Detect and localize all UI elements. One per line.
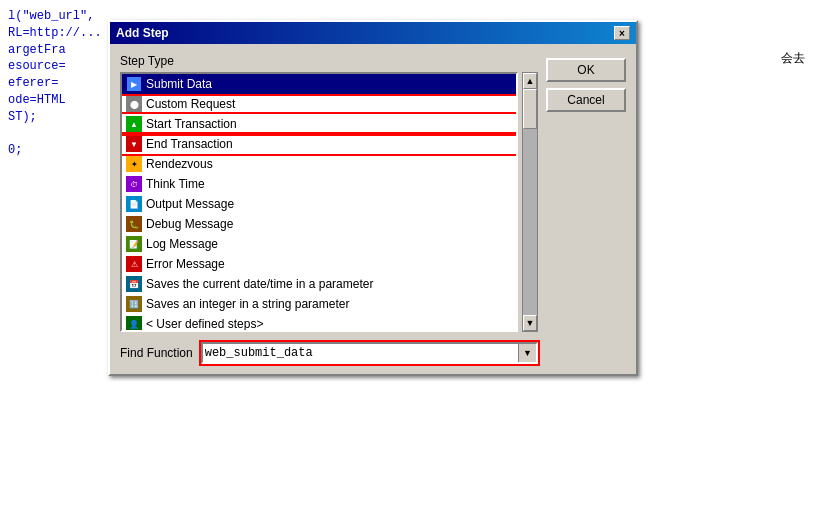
start-transaction-icon: ▲ [126, 116, 142, 132]
dialog-title: Add Step [116, 26, 169, 40]
output-message-icon: 📄 [126, 196, 142, 212]
cancel-button[interactable]: Cancel [546, 88, 626, 112]
ok-button[interactable]: OK [546, 58, 626, 82]
saves-date-icon: 📅 [126, 276, 142, 292]
dialog-buttons: OK Cancel [546, 54, 626, 364]
list-item-saves-date[interactable]: 📅 Saves the current date/time in a param… [122, 274, 516, 294]
list-item-label: Debug Message [146, 217, 233, 231]
list-item-label: Saves the current date/time in a paramet… [146, 277, 373, 291]
list-item-label: Think Time [146, 177, 205, 191]
submit-data-icon: ▶ [126, 76, 142, 92]
list-item-end-transaction[interactable]: ▼ End Transaction [122, 134, 516, 154]
list-item-error-message[interactable]: ⚠ Error Message [122, 254, 516, 274]
list-item-label: Submit Data [146, 77, 212, 91]
find-input-wrapper: ▼ [201, 342, 538, 364]
chinese-annotation: 会去 [781, 50, 805, 67]
list-item-label: Start Transaction [146, 117, 237, 131]
find-function-label: Find Function [120, 346, 193, 360]
saves-integer-icon: 🔢 [126, 296, 142, 312]
step-type-label: Step Type [120, 54, 538, 68]
list-item-think-time[interactable]: ⏱ Think Time [122, 174, 516, 194]
list-item-debug-message[interactable]: 🐛 Debug Message [122, 214, 516, 234]
list-item-start-transaction[interactable]: ▲ Start Transaction [122, 114, 516, 134]
list-item-saves-integer[interactable]: 🔢 Saves an integer in a string parameter [122, 294, 516, 314]
list-item-custom-request[interactable]: ⬤ Custom Request [122, 94, 516, 114]
dialog-title-bar: Add Step × [110, 22, 636, 44]
scroll-track [523, 89, 537, 315]
debug-message-icon: 🐛 [126, 216, 142, 232]
think-time-icon: ⏱ [126, 176, 142, 192]
scroll-thumb[interactable] [523, 89, 537, 129]
step-type-list-container: ▶ Submit Data ⬤ Custom Request ▲ Start T… [120, 72, 538, 332]
list-item-label: Error Message [146, 257, 225, 271]
end-transaction-icon: ▼ [126, 136, 142, 152]
list-item-rendezvous[interactable]: ✦ Rendezvous [122, 154, 516, 174]
error-message-icon: ⚠ [126, 256, 142, 272]
list-item-label: Custom Request [146, 97, 235, 111]
find-function-row: Find Function ▼ [120, 342, 538, 364]
custom-request-icon: ⬤ [126, 96, 142, 112]
list-item-label: Output Message [146, 197, 234, 211]
list-item-label: End Transaction [146, 137, 233, 151]
list-item-submit-data[interactable]: ▶ Submit Data [122, 74, 516, 94]
step-type-section: Step Type ▶ Submit Data ⬤ Custom Request [120, 54, 538, 364]
rendezvous-icon: ✦ [126, 156, 142, 172]
list-item-label: Saves an integer in a string parameter [146, 297, 349, 311]
user-defined-icon: 👤 [126, 316, 142, 332]
list-item-label: Rendezvous [146, 157, 213, 171]
listbox-scrollbar[interactable]: ▲ ▼ [522, 72, 538, 332]
scroll-up-button[interactable]: ▲ [523, 73, 537, 89]
find-dropdown-button[interactable]: ▼ [518, 344, 536, 362]
list-item-label: Log Message [146, 237, 218, 251]
find-function-input[interactable] [203, 346, 518, 360]
log-message-icon: 📝 [126, 236, 142, 252]
scroll-down-button[interactable]: ▼ [523, 315, 537, 331]
dialog-body: Step Type ▶ Submit Data ⬤ Custom Request [110, 44, 636, 374]
list-item-output-message[interactable]: 📄 Output Message [122, 194, 516, 214]
step-type-listbox[interactable]: ▶ Submit Data ⬤ Custom Request ▲ Start T… [120, 72, 518, 332]
list-item-log-message[interactable]: 📝 Log Message [122, 234, 516, 254]
add-step-dialog: Add Step × Step Type ▶ Submit Data [108, 20, 638, 376]
list-item-user-defined[interactable]: 👤 < User defined steps> [122, 314, 516, 332]
list-item-label: < User defined steps> [146, 317, 263, 331]
dialog-close-button[interactable]: × [614, 26, 630, 40]
